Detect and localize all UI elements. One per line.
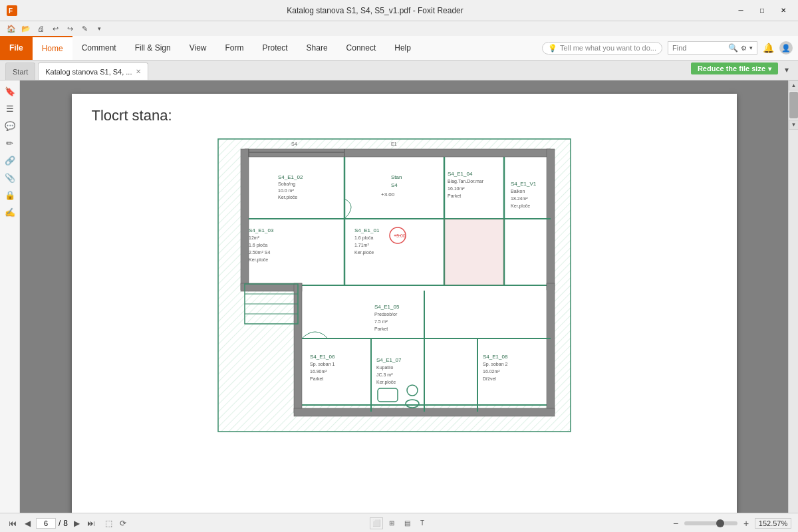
tab-comment[interactable]: Comment — [72, 36, 126, 60]
sidebar-tool-annotate[interactable]: ✏ — [2, 135, 18, 151]
svg-text:Balkon: Balkon — [511, 189, 525, 194]
svg-text:16.10m²: 16.10m² — [448, 186, 465, 191]
svg-text:16.90m²: 16.90m² — [310, 369, 327, 374]
page-separator: / — [59, 519, 61, 528]
scroll-up-button[interactable]: ▲ — [789, 80, 798, 90]
zoom-out-button[interactable]: − — [670, 517, 682, 529]
svg-text:+3.00: +3.00 — [381, 192, 395, 198]
ribbon-tabs: File Home Comment Fill & Sign View Form … — [0, 36, 798, 60]
tab-close-icon[interactable]: ✕ — [136, 68, 141, 75]
title-bar: F Katalog stanova S1, S4, S5_v1.pdf - Fo… — [0, 0, 798, 21]
continuous-view-button[interactable]: ⊞ — [385, 517, 398, 529]
svg-text:1.6 ploča: 1.6 ploča — [354, 235, 374, 241]
find-icon[interactable]: 🔍 — [728, 43, 738, 53]
qa-home-icon[interactable]: 🏠 — [5, 23, 17, 35]
page-number-input[interactable] — [36, 518, 56, 529]
zoom-slider[interactable] — [684, 521, 737, 525]
zoom-in-button[interactable]: + — [740, 517, 752, 529]
main-area: 🔖 ☰ 💬 ✏ 🔗 📎 🔒 ✍ Tlocrt stana: — [0, 80, 798, 513]
qa-edit-icon[interactable]: ✎ — [78, 23, 90, 35]
scroll-thumb[interactable] — [789, 92, 798, 118]
first-page-button[interactable]: ⏮ — [7, 517, 19, 529]
sidebar-tool-comments[interactable]: 💬 — [2, 118, 18, 134]
qa-open-icon[interactable]: 📂 — [20, 23, 32, 35]
tab-form[interactable]: Form — [216, 36, 253, 60]
tab-home[interactable]: Home — [33, 36, 72, 60]
svg-text:S4: S4 — [391, 182, 398, 188]
tab-fill-sign[interactable]: Fill & Sign — [126, 36, 180, 60]
lightbulb-icon: 💡 — [548, 44, 557, 53]
svg-text:Ker.ploče: Ker.ploče — [354, 250, 374, 255]
tabbar-dropdown-icon[interactable]: ▾ — [781, 64, 793, 76]
svg-text:S4_E1_05: S4_E1_05 — [374, 304, 400, 310]
svg-text:Sp. soban 2: Sp. soban 2 — [483, 362, 507, 367]
zoom-value[interactable]: 152.57% — [755, 518, 791, 529]
qa-redo-icon[interactable]: ↪ — [64, 23, 76, 35]
svg-text:S4_E1_04: S4_E1_04 — [448, 171, 473, 177]
pdf-page: Tlocrt stana: — [72, 94, 737, 513]
qa-dropdown-icon[interactable]: ▾ — [93, 23, 105, 35]
scroll-down-button[interactable]: ▼ — [789, 120, 798, 130]
sidebar-tool-link[interactable]: 🔗 — [2, 152, 18, 168]
single-page-view-button[interactable]: ⬜ — [370, 517, 383, 529]
prev-page-button[interactable]: ◀ — [21, 517, 33, 529]
reduce-file-size-button[interactable]: Reduce the file size ▾ — [691, 63, 778, 74]
tab-document[interactable]: Katalog stanova S1, S4, ... ✕ — [38, 63, 148, 80]
tab-help[interactable]: Help — [385, 36, 420, 60]
sidebar-tool-pages[interactable]: ☰ — [2, 100, 18, 116]
reduce-dropdown-icon[interactable]: ▾ — [768, 65, 771, 72]
tab-share[interactable]: Share — [297, 36, 337, 60]
minimize-button[interactable]: ─ — [732, 5, 750, 17]
svg-text:Ker.ploče: Ker.ploče — [249, 257, 268, 263]
svg-text:7.5 m²: 7.5 m² — [374, 319, 388, 324]
tab-view[interactable]: View — [180, 36, 216, 60]
user-icon[interactable]: 👤 — [779, 41, 793, 55]
sidebar-tool-sign[interactable]: ✍ — [2, 204, 18, 220]
svg-text:Stan: Stan — [391, 174, 402, 180]
svg-text:S4_E1_V1: S4_E1_V1 — [511, 181, 537, 187]
maximize-button[interactable]: □ — [753, 5, 771, 17]
svg-text:Ker.ploče: Ker.ploče — [511, 203, 530, 209]
tab-connect[interactable]: Connect — [337, 36, 386, 60]
find-box[interactable]: 🔍 ⚙ ▾ — [668, 41, 757, 55]
qa-undo-icon[interactable]: ↩ — [49, 23, 61, 35]
zoom-slider-thumb[interactable] — [716, 519, 724, 527]
svg-text:S4_E1_07: S4_E1_07 — [376, 357, 402, 363]
sidebar-tool-attachments[interactable]: 📎 — [2, 170, 18, 186]
svg-text:E1: E1 — [391, 142, 397, 146]
svg-text:Sp. soban 1: Sp. soban 1 — [310, 362, 334, 367]
svg-text:Kupatilo: Kupatilo — [376, 365, 393, 370]
find-settings-icon[interactable]: ⚙ — [741, 45, 747, 52]
sidebar-tool-bookmark[interactable]: 🔖 — [2, 83, 18, 99]
titlebar-controls: ─ □ ✕ — [732, 5, 793, 17]
text-view-button[interactable]: T — [416, 517, 429, 529]
tab-file[interactable]: File — [0, 36, 33, 60]
svg-text:S4_E1_02: S4_E1_02 — [278, 174, 303, 180]
close-button[interactable]: ✕ — [774, 5, 793, 17]
next-page-button[interactable]: ▶ — [70, 517, 82, 529]
two-page-view-button[interactable]: ▤ — [400, 517, 414, 529]
tab-start[interactable]: Start — [5, 63, 35, 80]
find-dropdown-icon[interactable]: ▾ — [749, 45, 753, 51]
rotate-button[interactable]: ⟳ — [117, 517, 129, 529]
tell-me-area: 💡 Tell me what you want to do... 🔍 ⚙ ▾ 🔔… — [542, 36, 798, 60]
pdf-content-area: Tlocrt stana: — [20, 80, 788, 513]
sidebar-tool-security[interactable]: 🔒 — [2, 187, 18, 203]
last-page-button[interactable]: ⏭ — [85, 517, 97, 529]
app-icon: F — [5, 4, 19, 17]
svg-text:Parket: Parket — [374, 327, 388, 331]
tab-protect[interactable]: Protect — [253, 36, 297, 60]
status-bar: ⏮ ◀ / 8 ▶ ⏭ ⬚ ⟳ ⬜ ⊞ ▤ T − + 152.57% — [0, 513, 798, 532]
svg-text:16.02m²: 16.02m² — [483, 369, 500, 374]
notification-icon[interactable]: 🔔 — [763, 43, 774, 53]
svg-text:Parket: Parket — [310, 376, 323, 381]
find-input[interactable] — [672, 44, 726, 52]
zoom-controls: − + 152.57% — [670, 517, 791, 529]
svg-text:Predsob/or: Predsob/or — [374, 312, 398, 317]
qa-print-icon[interactable]: 🖨 — [35, 23, 47, 35]
window-title: Katalog stanova S1, S4, S5_v1.pdf - Foxi… — [287, 6, 464, 15]
tell-me-box[interactable]: 💡 Tell me what you want to do... — [542, 42, 662, 55]
vertical-scrollbar[interactable]: ▲ ▼ — [788, 80, 798, 513]
fit-page-button[interactable]: ⬚ — [102, 517, 114, 529]
svg-text:2.50m² S4: 2.50m² S4 — [249, 250, 270, 255]
